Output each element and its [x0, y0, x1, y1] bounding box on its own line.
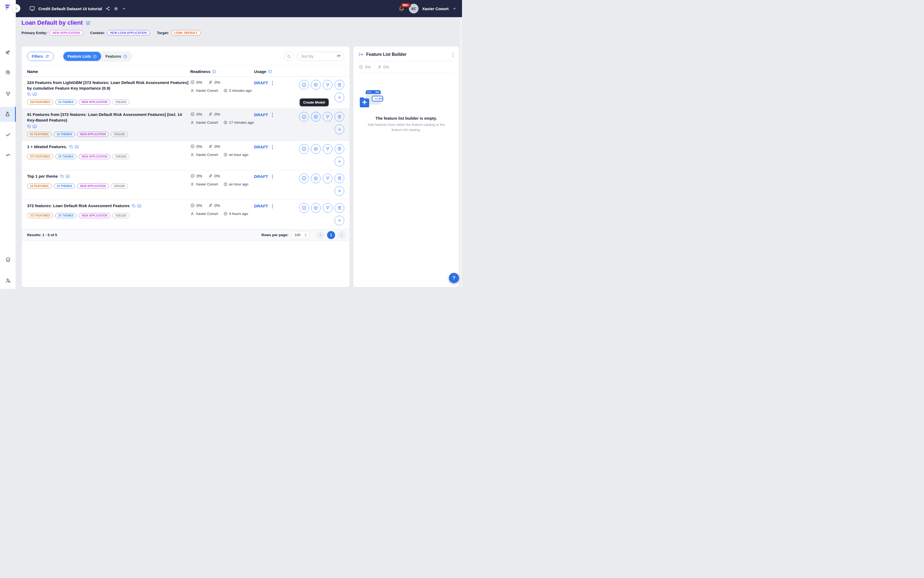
- copy-icon[interactable]: [69, 145, 73, 149]
- calculator-icon: [337, 115, 342, 119]
- create-model-button[interactable]: [311, 80, 321, 89]
- clock-icon: [224, 182, 227, 186]
- create-model-button[interactable]: [311, 203, 321, 213]
- sidebar-item-approve[interactable]: [0, 128, 16, 140]
- builder-menu-icon[interactable]: [452, 52, 454, 57]
- status-badge[interactable]: DRAFT: [254, 81, 268, 85]
- row-menu-icon[interactable]: [272, 204, 273, 208]
- feature-list-name[interactable]: 372 features: Loan Default Risk Assessme…: [27, 203, 130, 208]
- copy-id-icon[interactable]: ID: [75, 145, 79, 149]
- share-icon[interactable]: [105, 6, 110, 11]
- create-model-button[interactable]: [311, 112, 321, 122]
- status-badge[interactable]: DRAFT: [254, 204, 268, 208]
- scrollbar-track[interactable]: [460, 17, 462, 289]
- copy-icon[interactable]: [27, 125, 31, 128]
- user-menu-chevron-icon[interactable]: [452, 6, 457, 11]
- notifications-bell[interactable]: 999+: [398, 5, 405, 12]
- copy-id-icon[interactable]: ID: [65, 174, 70, 178]
- readiness-action-button[interactable]: [299, 112, 309, 122]
- copy-id-icon[interactable]: ID: [32, 92, 37, 96]
- chevron-down-icon[interactable]: [122, 6, 126, 11]
- sidebar-expand-button[interactable]: [12, 4, 20, 13]
- sort-by-input[interactable]: [297, 52, 344, 61]
- feature-list-name[interactable]: Top 1 per theme: [27, 174, 58, 179]
- compute-action-button[interactable]: [335, 80, 344, 89]
- sidebar-item-monitor[interactable]: [0, 149, 16, 161]
- question-icon[interactable]: ?: [268, 70, 272, 73]
- sidebar: [0, 0, 16, 289]
- person-icon: [190, 89, 194, 93]
- deployed-value: 0%: [214, 203, 220, 208]
- deployed-value: 0%: [214, 174, 220, 178]
- sidebar-item-explore[interactable]: [0, 46, 16, 58]
- feature-list-name[interactable]: 1 + Ideated Features.: [27, 144, 67, 149]
- person-icon: [190, 120, 194, 125]
- row-menu-icon[interactable]: [272, 112, 273, 117]
- clock-icon: [224, 120, 227, 125]
- add-to-builder-button[interactable]: [335, 125, 344, 134]
- compute-action-button[interactable]: [335, 144, 344, 154]
- row-menu-icon[interactable]: [272, 174, 273, 179]
- table-row[interactable]: Top 1 per theme ID 24 FEATURES 24 THEMES…: [22, 170, 350, 200]
- plus-icon: [337, 188, 342, 193]
- filter-action-button[interactable]: [323, 80, 332, 89]
- readiness-action-button[interactable]: [299, 80, 309, 89]
- person-icon: [190, 212, 194, 216]
- filter-action-button[interactable]: [323, 144, 332, 154]
- feature-list-name[interactable]: 91 Features from [372 features: Loan Def…: [27, 112, 182, 122]
- copy-icon[interactable]: [132, 204, 136, 208]
- status-badge[interactable]: DRAFT: [254, 112, 268, 117]
- search-button[interactable]: [284, 52, 293, 61]
- tab-features-label: Features: [105, 54, 121, 58]
- project-name[interactable]: Credit Default Dataset UI tutorial: [38, 6, 102, 11]
- gear-icon[interactable]: [113, 6, 118, 11]
- deploy-off-icon: [208, 203, 213, 208]
- table-row[interactable]: 91 Features from [372 features: Loan Def…: [22, 109, 350, 141]
- row-menu-icon[interactable]: [272, 81, 273, 85]
- cube-icon: [313, 206, 318, 210]
- copy-id-icon[interactable]: ID: [32, 125, 37, 128]
- deployed-value: 0%: [214, 80, 220, 84]
- compute-action-button[interactable]: [335, 112, 344, 122]
- add-to-builder-button[interactable]: [335, 93, 344, 102]
- sidebar-item-governance[interactable]: [0, 254, 16, 266]
- edit-title-icon[interactable]: [86, 20, 91, 26]
- filter-action-button[interactable]: [323, 112, 332, 122]
- row-menu-icon[interactable]: [272, 144, 273, 149]
- status-badge[interactable]: DRAFT: [254, 174, 268, 179]
- create-model-button[interactable]: [311, 144, 321, 154]
- filter-action-button[interactable]: [323, 174, 332, 183]
- filter-action-button[interactable]: [323, 203, 332, 213]
- sidebar-item-knowledge[interactable]: [0, 67, 16, 78]
- add-to-builder-button[interactable]: [335, 157, 344, 166]
- readiness-action-button[interactable]: [299, 174, 309, 183]
- copy-icon[interactable]: [27, 92, 31, 96]
- flask-icon: [5, 111, 10, 117]
- sidebar-item-ideate[interactable]: [0, 88, 16, 99]
- readiness-action-button[interactable]: [299, 144, 309, 154]
- help-button[interactable]: ?: [449, 273, 459, 283]
- rows-per-page-select[interactable]: 100: [292, 231, 310, 239]
- copy-id-icon[interactable]: ID: [137, 204, 141, 208]
- copy-icon[interactable]: [60, 174, 64, 178]
- feature-list-name[interactable]: 224 Features from LightGBM [372 features…: [27, 80, 188, 91]
- next-page-button[interactable]: [338, 231, 346, 239]
- sidebar-item-experiment-active[interactable]: [0, 107, 16, 122]
- create-model-button[interactable]: [311, 174, 321, 183]
- add-to-builder-button[interactable]: [335, 216, 344, 226]
- readiness-action-button[interactable]: [299, 203, 309, 213]
- compute-action-button[interactable]: [335, 203, 344, 213]
- page-1-button[interactable]: 1: [327, 231, 335, 239]
- filters-button[interactable]: Filters: [27, 52, 54, 61]
- status-badge[interactable]: DRAFT: [254, 144, 268, 149]
- table-row[interactable]: 1 + Ideated Features. ID 373 FEATURES 26…: [22, 141, 350, 170]
- info-icon[interactable]: [212, 70, 216, 73]
- tab-feature-lists[interactable]: Feature Lists ?: [63, 52, 101, 61]
- tab-features[interactable]: Features ?: [101, 52, 131, 61]
- add-to-builder-button[interactable]: [335, 186, 344, 196]
- table-row[interactable]: 372 features: Loan Default Risk Assessme…: [22, 200, 350, 229]
- sidebar-item-user-search[interactable]: [0, 275, 16, 287]
- compute-action-button[interactable]: [335, 174, 344, 183]
- version-badge: V251202: [112, 154, 129, 159]
- prev-page-button[interactable]: [316, 231, 324, 239]
